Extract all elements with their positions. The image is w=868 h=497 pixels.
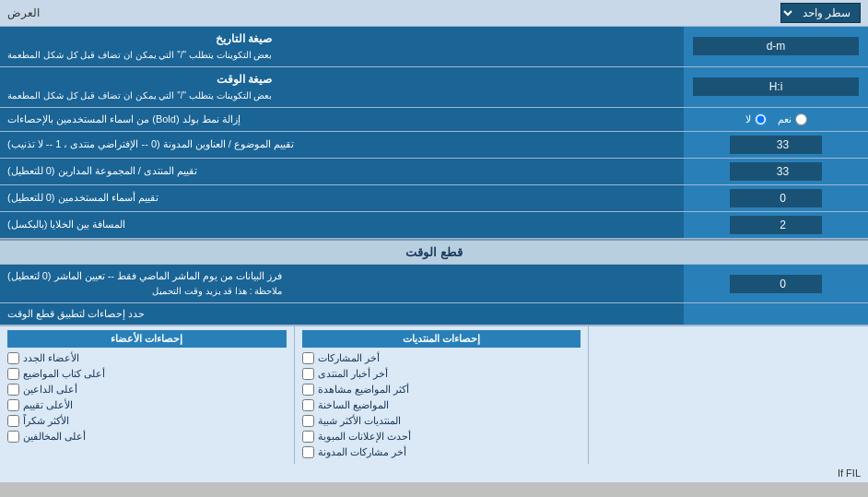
bold-remove-yes-label[interactable]: نعم — [778, 113, 807, 125]
checkbox-member-2: أعلى كتاب المواضيع — [7, 366, 287, 382]
cutoff-input-cell — [684, 265, 868, 302]
stats-left-spacer — [589, 326, 868, 464]
checkbox-member-6: أعلى المخالفين — [7, 429, 287, 444]
time-format-input-cell — [684, 67, 868, 107]
user-sort-input-cell — [684, 185, 868, 211]
display-dropdown[interactable]: سطر واحد — [780, 3, 861, 23]
checkbox-members-1[interactable] — [7, 368, 19, 380]
checkbox-forums-2[interactable] — [302, 384, 314, 396]
checkbox-item-1: أخر المشاركات — [302, 350, 581, 366]
date-format-input-cell — [684, 27, 868, 66]
user-sort-label: تقييم أسماء المستخدمين (0 للتعطيل) — [0, 185, 684, 211]
stats-forums-header: إحصاءات المنتديات — [302, 330, 581, 348]
stats-header-label: حدد إحصاءات لتطبيق قطع الوقت — [0, 303, 684, 325]
bold-remove-no-label[interactable]: لا — [745, 113, 767, 125]
date-format-input[interactable] — [693, 37, 859, 55]
if-fil-text: If FIL — [0, 464, 868, 482]
stats-members-col: إحصاءات الأعضاء الأعضاء الجدد أعلى كتاب … — [0, 326, 295, 464]
checkbox-member-3: أعلى الداعين — [7, 382, 287, 397]
checkbox-forums-5[interactable] — [302, 431, 314, 443]
bold-remove-no-radio[interactable] — [755, 113, 767, 125]
stats-empty-cell — [684, 303, 868, 325]
checkbox-forums-1[interactable] — [302, 368, 314, 380]
stats-members-header: إحصاءات الأعضاء — [7, 330, 287, 348]
checkbox-forums-4[interactable] — [302, 415, 314, 427]
date-format-label: صيغة التاريخ بعض التكوينات يتطلب "/" الت… — [0, 27, 684, 66]
checkbox-item-5: المنتديات الأكثر شبية — [302, 413, 581, 429]
checkbox-members-0[interactable] — [7, 352, 19, 364]
forum-sort-input-cell — [684, 159, 868, 184]
checkbox-members-5[interactable] — [7, 431, 19, 443]
display-label: العرض — [7, 6, 40, 19]
checkbox-forums-3[interactable] — [302, 399, 314, 411]
user-sort-input[interactable] — [730, 189, 822, 207]
time-format-label: صيغة الوقت بعض التكوينات يتطلب "/" التي … — [0, 67, 684, 107]
spacing-input[interactable] — [730, 216, 822, 234]
time-format-input[interactable] — [693, 77, 859, 96]
checkbox-members-4[interactable] — [7, 415, 19, 427]
bold-remove-yes-radio[interactable] — [795, 113, 807, 125]
checkbox-forums-0[interactable] — [302, 352, 314, 364]
cutoff-label: فرز البيانات من يوم الماشر الماضي فقط --… — [0, 265, 684, 302]
topic-sort-input-cell — [684, 132, 868, 158]
checkbox-item-4: المواضيع الساخنة — [302, 397, 581, 413]
forum-sort-input[interactable] — [730, 162, 822, 181]
checkbox-item-6: أحدث الإعلانات المبوبة — [302, 429, 581, 444]
checkbox-item-3: أكثر المواضيع مشاهدة — [302, 382, 581, 397]
checkbox-member-4: الأعلى تقييم — [7, 397, 287, 413]
checkbox-members-3[interactable] — [7, 399, 19, 411]
topic-sort-label: تقييم الموضوع / العناوين المدونة (0 -- ا… — [0, 132, 684, 158]
topic-sort-input[interactable] — [730, 136, 822, 154]
checkbox-item-7: أخر مشاركات المدونة — [302, 444, 581, 460]
checkbox-members-2[interactable] — [7, 384, 19, 396]
spacing-label: المسافة بين الخلايا (بالبكسل) — [0, 212, 684, 238]
checkbox-member-5: الأكثر شكراً — [7, 413, 287, 429]
spacing-input-cell — [684, 212, 868, 238]
checkbox-member-1: الأعضاء الجدد — [7, 350, 287, 366]
stats-forums-col: إحصاءات المنتديات أخر المشاركات أخر أخبا… — [295, 326, 590, 464]
bold-remove-options: نعم لا — [684, 108, 868, 131]
bold-remove-label: إزالة نمط بولد (Bold) من اسماء المستخدمي… — [0, 108, 684, 131]
cutoff-section-header: قطع الوقت — [0, 239, 868, 265]
forum-sort-label: تقييم المنتدى / المجموعة المدارين (0 للت… — [0, 159, 684, 184]
checkbox-item-2: أخر أخبار المنتدى — [302, 366, 581, 382]
cutoff-input[interactable] — [730, 275, 822, 293]
checkbox-forums-6[interactable] — [302, 446, 314, 458]
